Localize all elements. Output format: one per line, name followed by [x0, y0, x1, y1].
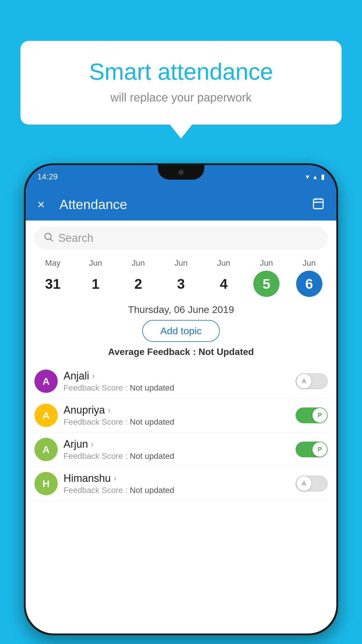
- cal-date-number: 3: [168, 271, 194, 297]
- student-info: Anjali ›Feedback Score : Not updated: [64, 370, 290, 393]
- attendance-toggle[interactable]: P: [296, 442, 328, 457]
- camera-dot: [178, 170, 184, 175]
- calendar-day[interactable]: Jun2: [125, 258, 151, 297]
- add-topic-button-wrapper: Add topic: [26, 320, 336, 342]
- close-button[interactable]: ×: [37, 197, 45, 212]
- app-content: × Attendance: [26, 188, 336, 634]
- avatar: A: [34, 404, 58, 427]
- student-name: Anjali ›: [64, 370, 290, 382]
- cal-month-label: Jun: [260, 258, 273, 268]
- avg-feedback-label: Average Feedback :: [108, 346, 198, 357]
- cal-date-number: 1: [82, 271, 109, 297]
- bubble-title: Smart attendance: [44, 58, 318, 85]
- avatar: A: [34, 370, 58, 393]
- calendar-day[interactable]: Jun5: [253, 258, 280, 297]
- cal-month-label: Jun: [217, 258, 230, 268]
- search-placeholder: Search: [58, 232, 93, 244]
- phone-notch: [158, 165, 204, 180]
- chevron-icon: ›: [91, 440, 94, 449]
- feedback-score: Feedback Score : Not updated: [64, 417, 290, 427]
- calendar-day[interactable]: Jun4: [211, 258, 237, 297]
- cal-date-number: 6: [296, 271, 322, 297]
- cal-date-number: 2: [125, 271, 151, 297]
- student-item[interactable]: HHimanshu ›Feedback Score : Not updatedA: [31, 467, 331, 501]
- student-item[interactable]: AAnupriya ›Feedback Score : Not updatedP: [31, 398, 331, 433]
- student-info: Himanshu ›Feedback Score : Not updated: [64, 472, 290, 495]
- cal-date-number: 31: [40, 271, 66, 297]
- selected-date: Thursday, 06 June 2019: [26, 304, 336, 315]
- student-item[interactable]: AArjun ›Feedback Score : Not updatedP: [31, 433, 331, 467]
- cal-month-label: Jun: [89, 258, 102, 268]
- student-info: Anupriya ›Feedback Score : Not updated: [64, 404, 290, 427]
- status-bar: 14:29 ▾ ▴ ▮: [26, 165, 336, 188]
- cal-month-label: Jun: [174, 258, 187, 268]
- signal-icon: ▴: [313, 173, 317, 181]
- calendar-day[interactable]: Jun6: [296, 258, 322, 297]
- attendance-toggle[interactable]: A: [296, 373, 328, 389]
- feedback-score: Feedback Score : Not updated: [64, 383, 290, 393]
- attendance-toggle[interactable]: A: [296, 476, 328, 491]
- student-list: AAnjali ›Feedback Score : Not updatedAAA…: [26, 364, 336, 501]
- avatar: A: [34, 438, 58, 461]
- add-topic-button[interactable]: Add topic: [142, 320, 220, 342]
- calendar-day[interactable]: Jun3: [168, 258, 194, 297]
- student-name: Anupriya ›: [64, 404, 290, 416]
- feedback-score: Feedback Score : Not updated: [64, 486, 290, 495]
- student-item[interactable]: AAnjali ›Feedback Score : Not updatedA: [31, 364, 331, 398]
- battery-icon: ▮: [321, 173, 325, 181]
- cal-date-number: 4: [211, 271, 237, 297]
- student-name: Himanshu ›: [64, 472, 290, 484]
- student-name: Arjun ›: [64, 438, 290, 450]
- feedback-score: Feedback Score : Not updated: [64, 452, 290, 461]
- svg-rect-0: [314, 199, 323, 209]
- chevron-icon: ›: [108, 405, 110, 415]
- chevron-icon: ›: [114, 474, 116, 483]
- cal-date-number: 5: [253, 271, 280, 297]
- status-icons: ▾ ▴ ▮: [306, 173, 325, 181]
- attendance-toggle[interactable]: P: [296, 407, 328, 423]
- calendar-day[interactable]: May31: [40, 258, 66, 297]
- student-info: Arjun ›Feedback Score : Not updated: [64, 438, 290, 461]
- avatar: H: [34, 472, 58, 495]
- chevron-icon: ›: [92, 371, 95, 381]
- cal-month-label: Jun: [132, 258, 145, 268]
- bubble-subtitle: will replace your paperwork: [44, 91, 318, 104]
- search-bar[interactable]: Search: [34, 226, 328, 250]
- search-icon: [43, 232, 54, 245]
- calendar-strip: May31Jun1Jun2Jun3Jun4Jun5Jun6: [26, 256, 336, 297]
- header-title: Attendance: [59, 197, 127, 212]
- wifi-icon: ▾: [306, 173, 309, 181]
- avg-feedback: Average Feedback : Not Updated: [26, 346, 336, 357]
- cal-month-label: Jun: [303, 258, 316, 268]
- calendar-icon[interactable]: [312, 197, 325, 212]
- app-header: × Attendance: [26, 188, 336, 220]
- phone-inner: 14:29 ▾ ▴ ▮ × Attendance: [26, 165, 336, 634]
- cal-month-label: May: [45, 258, 61, 268]
- avg-feedback-value: Not Updated: [198, 346, 254, 357]
- svg-point-4: [45, 233, 51, 239]
- calendar-day[interactable]: Jun1: [82, 258, 109, 297]
- speech-bubble-container: Smart attendance will replace your paper…: [20, 41, 342, 125]
- phone-frame: 14:29 ▾ ▴ ▮ × Attendance: [24, 163, 338, 635]
- svg-line-5: [50, 239, 53, 241]
- speech-bubble: Smart attendance will replace your paper…: [20, 41, 342, 125]
- status-time: 14:29: [37, 172, 58, 181]
